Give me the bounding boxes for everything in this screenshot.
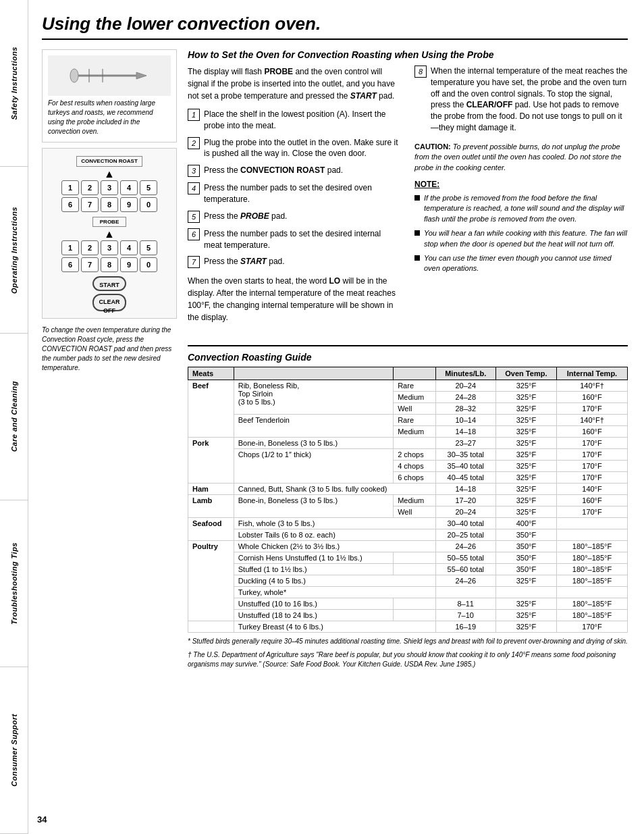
key-7[interactable]: 7 — [81, 197, 99, 212]
probe-illustration — [48, 55, 171, 96]
key-p9[interactable]: 9 — [120, 257, 138, 272]
svg-point-1 — [70, 69, 78, 82]
key-4[interactable]: 4 — [120, 180, 138, 195]
item-pork-bonein: Bone-in, Boneless (3 to 5 lbs.) — [234, 438, 393, 449]
key-p5[interactable]: 5 — [140, 240, 157, 255]
step-text-8: When the internal temperature of the mea… — [431, 66, 628, 134]
table-row: Beef Tenderloin Rare 10–14 325°F 140°F† — [188, 415, 628, 426]
table-row: Ham Canned, Butt, Shank (3 to 5 lbs. ful… — [188, 484, 628, 495]
note-text-3: You can use the timer even though you ca… — [424, 253, 628, 274]
table-row: Beef Rib, Boneless Rib,Top Sirloin(3 to … — [188, 380, 628, 392]
sidebar-section-consumer: Consumer Support — [0, 667, 28, 834]
roasting-guide-title: Convection Roasting Guide — [188, 352, 628, 363]
step-text-3: Press the CONVECTION ROAST pad. — [204, 165, 343, 176]
step-7: 7 Press the START pad. — [188, 256, 401, 268]
temp-325-1: 325°F — [495, 380, 556, 392]
right-area: How to Set the Oven for Convection Roast… — [188, 49, 628, 669]
item-lamb: Bone-in, Boneless (3 to 5 lbs.) — [234, 495, 393, 518]
arrow-probe: ▲ — [49, 228, 169, 240]
step-5: 5 Press the PROBE pad. — [188, 211, 401, 223]
step-num-5: 5 — [188, 211, 200, 223]
probe-caption: For best results when roasting large tur… — [48, 99, 171, 136]
detail-rare: Rare — [394, 380, 436, 392]
instructions-left: The display will flash PROBE and the ove… — [188, 66, 401, 334]
key-p1[interactable]: 1 — [61, 240, 79, 255]
item-cornish-stuffed: Stuffed (1 to 1½ lbs.) — [234, 564, 393, 575]
key-p3[interactable]: 3 — [101, 240, 118, 255]
key-5[interactable]: 5 — [140, 180, 157, 195]
cat-beef: Beef — [188, 380, 234, 438]
cat-lamb: Lamb — [188, 495, 234, 518]
note-bullet-2 — [414, 230, 420, 236]
note-title: NOTE: — [414, 180, 628, 189]
step-text-5: Press the PROBE pad. — [204, 211, 287, 222]
clear-off-button[interactable]: CLEAR OFF — [92, 294, 126, 311]
item-duckling: Duckling (4 to 5 lbs.) — [234, 575, 435, 587]
probe-keypad-section: PROBE ▲ 1 2 3 4 5 6 7 8 9 — [49, 216, 169, 272]
step-6: 6 Press the number pads to set the desir… — [188, 228, 401, 251]
step-num-3: 3 — [188, 165, 200, 177]
sidebar-label-troubleshooting: Troubleshooting Tips — [10, 542, 18, 625]
cat-pork: Pork — [188, 438, 234, 484]
key-p2[interactable]: 2 — [81, 240, 99, 255]
page-title: Using the lower convection oven. — [42, 14, 628, 40]
key-p0[interactable]: 0 — [140, 257, 157, 272]
key-1[interactable]: 1 — [61, 180, 79, 195]
key-p6[interactable]: 6 — [61, 257, 79, 272]
key-p4[interactable]: 4 — [120, 240, 138, 255]
arrow-down-top: ▲ — [49, 168, 169, 180]
sidebar-label-operating: Operating Instructions — [10, 207, 18, 294]
key-2[interactable]: 2 — [81, 180, 99, 195]
key-8[interactable]: 8 — [101, 197, 118, 212]
key-6[interactable]: 6 — [61, 197, 79, 212]
step-num-8: 8 — [414, 66, 427, 78]
item-cornish-unstuffed: Cornish Hens Unstuffed (1 to 1½ lbs.) — [234, 552, 393, 564]
key-p8[interactable]: 8 — [101, 257, 118, 272]
item-turkey-18-24: Unstuffed (18 to 24 lbs.) — [234, 610, 393, 621]
table-row: Lamb Bone-in, Boneless (3 to 5 lbs.) Med… — [188, 495, 628, 506]
item-tenderloin: Beef Tenderloin — [234, 415, 393, 438]
key-p7[interactable]: 7 — [81, 257, 99, 272]
note-item-2: You will hear a fan while cooking with t… — [414, 228, 628, 249]
sidebar-section-operating: Operating Instructions — [0, 167, 28, 334]
detail-well: Well — [394, 403, 436, 415]
table-row: Seafood Fish, whole (3 to 5 lbs.) 30–40 … — [188, 518, 628, 529]
keypad-row-probe-2: 6 7 8 9 0 — [49, 257, 169, 272]
table-row: Pork Bone-in, Boneless (3 to 5 lbs.) 23–… — [188, 438, 628, 449]
keypad-row-top-1: 1 2 3 4 5 — [49, 180, 169, 195]
int-140: 140°F† — [557, 380, 628, 392]
cat-poultry: Poultry — [188, 541, 234, 621]
probe-label: PROBE — [92, 217, 126, 227]
table-row: Cornish Hens Unstuffed (1 to 1½ lbs.) 50… — [188, 552, 628, 564]
item-ham: Canned, Butt, Shank (3 to 5 lbs. fully c… — [234, 484, 435, 495]
item-fish: Fish, whole (3 to 5 lbs.) — [234, 518, 435, 529]
item-lobster: Lobster Tails (6 to 8 oz. each) — [234, 529, 435, 541]
sidebar-section-care: Care and Cleaning — [0, 334, 28, 500]
min-20-24: 20–24 — [435, 380, 495, 392]
step-num-6: 6 — [188, 228, 200, 240]
table-row: Turkey Breast (4 to 6 lbs.) 16–19 325°F … — [188, 621, 628, 633]
table-row: Unstuffed (18 to 24 lbs.) 7–10 325°F 180… — [188, 610, 628, 621]
left-column: For best results when roasting large tur… — [42, 49, 177, 669]
col-minutes: Minutes/Lb. — [435, 367, 495, 380]
svg-marker-2 — [136, 72, 146, 79]
item-pork-chops: Chops (1/2 to 1″ thick) — [234, 449, 393, 484]
lo-text: When the oven starts to heat, the word L… — [188, 275, 401, 323]
table-row: Chops (1/2 to 1″ thick) 2 chops 30–35 to… — [188, 449, 628, 461]
item-whole-chicken: Whole Chicken (2½ to 3½ lbs.) — [234, 541, 435, 552]
key-0[interactable]: 0 — [140, 197, 157, 212]
instructions-grid: The display will flash PROBE and the ove… — [188, 66, 628, 334]
table-row: Stuffed (1 to 1½ lbs.) 55–60 total 350°F… — [188, 564, 628, 575]
step-2: 2 Plug the probe into the outlet in the … — [188, 137, 401, 160]
table-header-row: Meats Minutes/Lb. Oven Temp. Internal Te… — [188, 367, 628, 380]
step-1: 1 Place the shelf in the lowest position… — [188, 109, 401, 132]
key-9[interactable]: 9 — [120, 197, 138, 212]
convection-roast-label: CONVECTION ROAST — [76, 156, 142, 167]
step-4: 4 Press the number pads to set the desir… — [188, 182, 401, 205]
step-3: 3 Press the CONVECTION ROAST pad. — [188, 165, 401, 177]
col-item — [234, 367, 393, 380]
col-oven-temp: Oven Temp. — [495, 367, 556, 380]
start-button[interactable]: START — [92, 276, 126, 291]
key-3[interactable]: 3 — [101, 180, 118, 195]
detail-medium: Medium — [394, 392, 436, 403]
